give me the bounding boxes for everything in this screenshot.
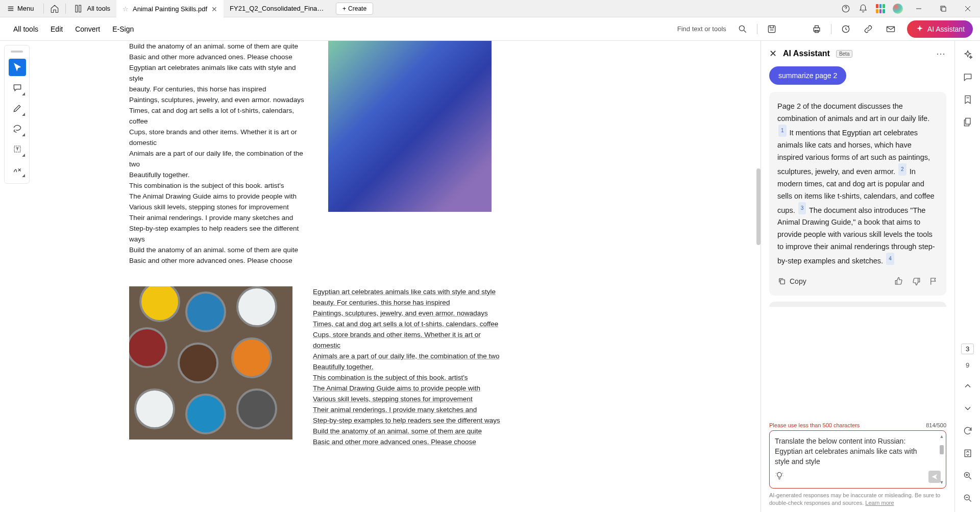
menu-button[interactable]: Menu — [0, 0, 41, 17]
save-button[interactable] — [762, 19, 782, 39]
bookmark-icon — [963, 94, 973, 105]
avatar-icon — [893, 4, 903, 14]
help-button[interactable] — [837, 0, 854, 17]
search-button[interactable] — [732, 19, 753, 39]
share-button[interactable] — [836, 19, 856, 39]
divider — [43, 4, 44, 14]
fit-icon — [963, 448, 973, 458]
zoom-in-icon — [963, 471, 973, 481]
help-icon — [841, 4, 850, 13]
citation-badge[interactable]: 3 — [798, 202, 806, 214]
link-button[interactable] — [858, 19, 878, 39]
maximize-button[interactable] — [931, 0, 955, 17]
pdf-page: Build the anatomy of an animal. some of … — [114, 41, 518, 512]
citation-badge[interactable]: 4 — [886, 253, 894, 265]
input-scrollbar[interactable]: ▲ ▼ — [939, 434, 945, 485]
close-icon — [965, 6, 971, 12]
char-warning: Please use less than 500 characters — [769, 422, 860, 428]
select-tool[interactable] — [9, 59, 26, 76]
document-viewport[interactable]: Build the anatomy of an animal. some of … — [30, 41, 761, 512]
sign-tool[interactable] — [9, 161, 26, 178]
zoom-out-button[interactable] — [959, 490, 976, 507]
fit-page-button[interactable] — [959, 445, 976, 462]
ai-assistant-button[interactable]: AI Assistant — [907, 20, 973, 38]
home-button[interactable] — [46, 0, 63, 17]
ai-conversation[interactable]: summarize page 2 Page 2 of the document … — [761, 66, 954, 418]
ai-input-text[interactable]: Translate the below content into Russian… — [775, 436, 941, 467]
hamburger-icon — [7, 5, 14, 12]
search-hint: Find text or tools — [677, 25, 726, 33]
tab-inactive[interactable]: FY21_Q2_Consolidated_Financi... — [224, 0, 331, 17]
create-button[interactable]: + Create — [336, 3, 373, 15]
close-icon[interactable]: ✕ — [211, 6, 217, 13]
pages-icon — [963, 117, 973, 127]
divider — [831, 24, 831, 34]
svg-rect-1 — [79, 5, 81, 12]
comment-tool[interactable] — [9, 79, 26, 96]
profile-button[interactable] — [889, 0, 906, 17]
citation-badge[interactable]: 2 — [898, 163, 906, 176]
svg-rect-6 — [768, 26, 775, 32]
bulb-icon — [775, 471, 784, 480]
ai-more-button[interactable]: ⋯ — [936, 48, 946, 59]
minimize-button[interactable] — [906, 0, 931, 17]
user-message-chip[interactable]: summarize page 2 — [769, 66, 846, 85]
page-number-input[interactable]: 3 — [961, 344, 974, 354]
upload-button[interactable] — [784, 19, 804, 39]
print-icon — [812, 24, 822, 34]
main-area: Build the anatomy of an animal. some of … — [0, 41, 980, 512]
text-tool[interactable] — [9, 140, 26, 158]
ai-input-box[interactable]: Translate the below content into Russian… — [769, 430, 946, 489]
cloud-upload-icon — [789, 24, 799, 34]
thumbs-down-icon[interactable] — [912, 277, 921, 286]
flag-icon[interactable] — [929, 277, 938, 286]
zoom-in-button[interactable] — [959, 467, 976, 484]
svg-point-5 — [739, 26, 744, 31]
apps-button[interactable] — [872, 0, 889, 17]
pages-button[interactable] — [959, 113, 976, 131]
chat-button[interactable] — [959, 68, 976, 86]
page-down-button[interactable] — [959, 400, 976, 417]
toolbar-edit[interactable]: Edit — [44, 25, 69, 33]
copy-label: Copy — [790, 275, 806, 287]
ai-disclaimer: AI-generated responses may be inaccurate… — [769, 492, 946, 507]
share-icon — [841, 24, 851, 34]
tab-active[interactable]: ☆ Animal Painting Skills.pdf ✕ — [116, 0, 224, 17]
close-window-button[interactable] — [955, 0, 980, 17]
sparkle-icon — [963, 50, 973, 60]
svg-rect-11 — [887, 27, 894, 32]
highlight-tool[interactable] — [9, 100, 26, 117]
cursor-icon — [12, 62, 22, 72]
home-icon — [50, 4, 59, 13]
toolbar-convert[interactable]: Convert — [69, 25, 106, 33]
star-icon[interactable]: ☆ — [122, 5, 129, 13]
notifications-button[interactable] — [854, 0, 872, 17]
chevron-up-icon — [963, 381, 973, 391]
print-button[interactable] — [806, 19, 827, 39]
suggestions-button[interactable] — [775, 471, 784, 482]
copy-button[interactable]: Copy — [777, 275, 806, 287]
page-up-button[interactable] — [959, 377, 976, 395]
copy-icon — [777, 277, 787, 286]
all-tools-button[interactable]: All tools — [68, 0, 117, 17]
left-tools-rail — [4, 45, 30, 184]
rotate-icon — [963, 426, 973, 436]
rotate-button[interactable] — [959, 422, 976, 440]
link-icon — [863, 24, 873, 34]
beta-badge: Beta — [836, 50, 853, 58]
bookmark-button[interactable] — [959, 91, 976, 108]
ai-close-button[interactable]: ✕ — [769, 48, 777, 59]
chevron-down-icon — [963, 403, 973, 413]
ai-sparkle-button[interactable] — [959, 46, 976, 63]
email-button[interactable] — [880, 19, 901, 39]
ai-assistant-panel: ✕ AI Assistant Beta ⋯ summarize page 2 P… — [761, 41, 954, 512]
learn-more-link[interactable]: Learn more — [865, 500, 894, 506]
document-scrollbar[interactable] — [756, 168, 761, 245]
text-block-2: Egyptian art celebrates animals like cat… — [313, 286, 503, 447]
draw-tool[interactable] — [9, 120, 26, 137]
citation-badge[interactable]: 1 — [778, 125, 787, 137]
drag-handle[interactable] — [11, 51, 23, 53]
toolbar-all-tools[interactable]: All tools — [7, 25, 44, 33]
thumbs-up-icon[interactable] — [894, 277, 903, 286]
toolbar-esign[interactable]: E-Sign — [106, 25, 140, 33]
